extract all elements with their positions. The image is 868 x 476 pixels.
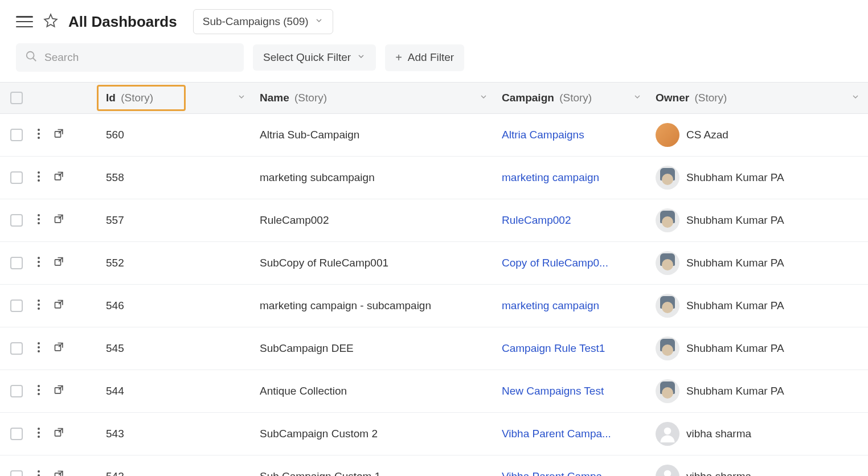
owner-name: CS Azad bbox=[686, 129, 728, 141]
cell-name: marketing campaign - subcampaign bbox=[254, 285, 496, 327]
more-icon[interactable] bbox=[38, 214, 40, 227]
sub-campaigns-selector[interactable]: Sub-Campaigns (509) bbox=[193, 9, 333, 34]
svg-point-32 bbox=[38, 385, 40, 387]
svg-point-3 bbox=[38, 133, 40, 135]
open-icon[interactable] bbox=[54, 171, 65, 185]
col-campaign-subtype: (Story) bbox=[559, 92, 592, 104]
chevron-down-icon[interactable] bbox=[237, 92, 246, 104]
campaign-link[interactable]: Copy of RuleCamp0... bbox=[502, 257, 633, 269]
chevron-down-icon bbox=[357, 51, 366, 64]
svg-point-18 bbox=[38, 261, 40, 263]
open-icon[interactable] bbox=[54, 342, 65, 356]
select-all-checkbox[interactable] bbox=[10, 92, 23, 104]
svg-point-38 bbox=[38, 432, 40, 434]
campaign-link[interactable]: Campaign Rule Test1 bbox=[502, 342, 633, 355]
row-checkbox[interactable] bbox=[10, 214, 23, 227]
svg-point-8 bbox=[38, 175, 40, 178]
row-checkbox[interactable] bbox=[10, 299, 23, 312]
more-icon[interactable] bbox=[38, 342, 40, 355]
col-id-subtype: (Story) bbox=[121, 92, 153, 104]
search-box[interactable] bbox=[16, 43, 244, 72]
table-row: 543SubCampaign Custom 2Vibha Parent Camp… bbox=[0, 413, 868, 456]
cell-id: 546 bbox=[100, 285, 254, 327]
more-icon[interactable] bbox=[38, 171, 40, 184]
row-checkbox[interactable] bbox=[10, 428, 23, 440]
row-checkbox[interactable] bbox=[10, 342, 23, 355]
more-icon[interactable] bbox=[38, 385, 40, 398]
column-header-name[interactable]: Name (Story) bbox=[254, 83, 496, 114]
svg-point-37 bbox=[38, 428, 40, 430]
quick-filter-button[interactable]: Select Quick Filter bbox=[253, 44, 376, 71]
more-icon[interactable] bbox=[38, 257, 40, 270]
campaign-link[interactable]: RuleCamp002 bbox=[502, 214, 633, 227]
campaign-link[interactable]: Vibha Parent Campa... bbox=[502, 470, 633, 476]
row-checkbox[interactable] bbox=[10, 129, 23, 141]
cell-name: Altria Sub-Campaign bbox=[254, 114, 496, 157]
cell-id: 545 bbox=[100, 327, 254, 370]
col-name-label: Name bbox=[260, 92, 289, 104]
open-icon[interactable] bbox=[54, 427, 65, 441]
avatar bbox=[656, 251, 679, 275]
actions-header bbox=[32, 83, 100, 114]
open-icon[interactable] bbox=[54, 256, 65, 270]
campaign-link[interactable]: marketing campaign bbox=[502, 299, 633, 312]
open-icon[interactable] bbox=[54, 299, 65, 313]
col-owner-label: Owner bbox=[656, 92, 689, 104]
cell-id: 544 bbox=[100, 370, 254, 413]
search-icon bbox=[25, 50, 38, 65]
table-row: 542Sub Campaign Custom 1Vibha Parent Cam… bbox=[0, 456, 868, 477]
svg-point-43 bbox=[38, 470, 40, 473]
chevron-down-icon[interactable] bbox=[633, 92, 642, 104]
avatar bbox=[656, 166, 679, 190]
more-icon[interactable] bbox=[38, 428, 40, 441]
table-row: 560Altria Sub-CampaignAltria CampaignsCS… bbox=[0, 114, 868, 157]
cell-id: 557 bbox=[100, 199, 254, 242]
search-input[interactable] bbox=[44, 51, 235, 64]
row-checkbox[interactable] bbox=[10, 257, 23, 269]
svg-point-44 bbox=[38, 474, 40, 477]
more-icon[interactable] bbox=[38, 129, 40, 142]
star-icon[interactable] bbox=[43, 13, 58, 30]
svg-point-2 bbox=[38, 129, 40, 131]
campaign-link[interactable]: Vibha Parent Campa... bbox=[502, 428, 633, 440]
chevron-down-icon[interactable] bbox=[479, 92, 488, 104]
chevron-down-icon[interactable] bbox=[851, 92, 860, 104]
cell-name: SubCampaign DEE bbox=[254, 327, 496, 370]
open-icon[interactable] bbox=[54, 384, 65, 399]
add-filter-button[interactable]: + Add Filter bbox=[385, 44, 464, 71]
column-header-owner[interactable]: Owner (Story) bbox=[650, 83, 868, 114]
svg-point-33 bbox=[38, 389, 40, 391]
svg-point-12 bbox=[38, 214, 40, 216]
column-header-id[interactable]: Id (Story) bbox=[100, 83, 254, 114]
menu-toggle[interactable] bbox=[16, 16, 33, 27]
cell-id: 542 bbox=[100, 456, 254, 477]
open-icon[interactable] bbox=[54, 128, 65, 142]
svg-point-27 bbox=[38, 342, 40, 344]
owner-name: Shubham Kumar PA bbox=[686, 299, 784, 312]
row-checkbox[interactable] bbox=[10, 470, 23, 476]
svg-point-7 bbox=[38, 171, 40, 174]
svg-point-17 bbox=[38, 257, 40, 259]
row-checkbox[interactable] bbox=[10, 385, 23, 397]
open-icon[interactable] bbox=[54, 214, 65, 228]
svg-point-22 bbox=[38, 299, 40, 302]
campaign-link[interactable]: New Campaigns Test bbox=[502, 385, 633, 397]
table-row: 557RuleCamp002RuleCamp002Shubham Kumar P… bbox=[0, 199, 868, 242]
more-icon[interactable] bbox=[38, 470, 40, 477]
campaign-link[interactable]: marketing campaign bbox=[502, 171, 633, 184]
cell-name: RuleCamp002 bbox=[254, 199, 496, 242]
column-header-campaign[interactable]: Campaign (Story) bbox=[496, 83, 650, 114]
svg-point-14 bbox=[38, 222, 40, 224]
table-row: 544Antique CollectionNew Campaigns TestS… bbox=[0, 370, 868, 413]
row-checkbox[interactable] bbox=[10, 171, 23, 184]
svg-point-39 bbox=[38, 436, 40, 438]
owner-name: Shubham Kumar PA bbox=[686, 342, 784, 355]
svg-point-29 bbox=[38, 350, 40, 352]
selector-label: Sub-Campaigns (509) bbox=[203, 15, 309, 28]
svg-point-13 bbox=[38, 218, 40, 220]
avatar bbox=[656, 294, 679, 318]
campaign-link[interactable]: Altria Campaigns bbox=[502, 129, 633, 141]
open-icon[interactable] bbox=[54, 470, 65, 477]
more-icon[interactable] bbox=[38, 299, 40, 313]
avatar bbox=[656, 208, 679, 232]
